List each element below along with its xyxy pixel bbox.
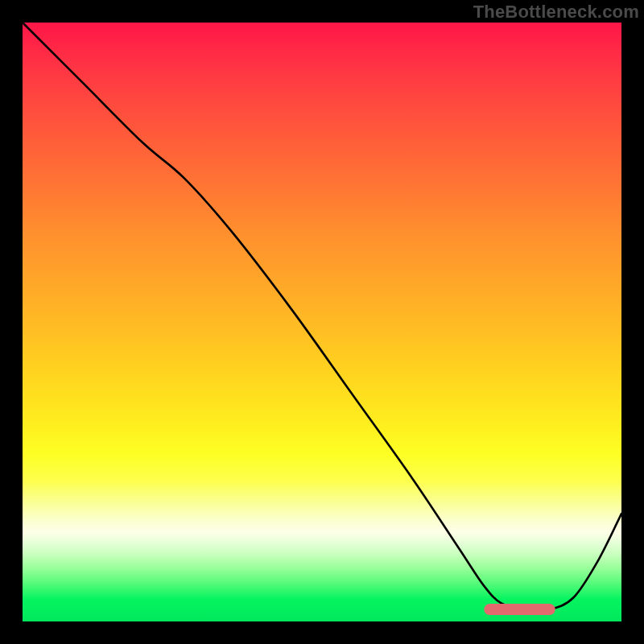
bottleneck-curve — [23, 23, 621, 611]
y-axis — [0, 0, 23, 644]
curve-layer — [23, 23, 621, 621]
chart-container: TheBottleneck.com — [0, 0, 644, 644]
watermark-text: TheBottleneck.com — [473, 2, 639, 23]
plot-area — [23, 23, 621, 621]
x-axis — [0, 621, 644, 644]
